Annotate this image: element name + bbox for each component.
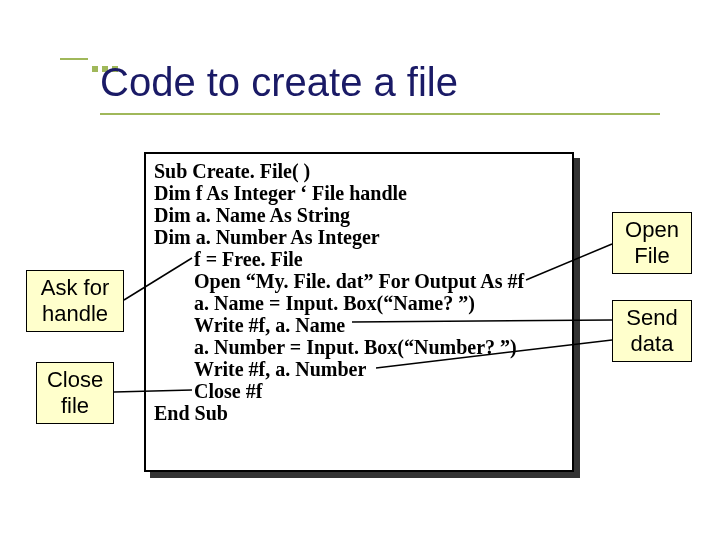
callout-line: data xyxy=(631,331,674,356)
code-line: f = Free. File xyxy=(154,248,564,270)
code-line: Dim a. Number As Integer xyxy=(154,226,380,248)
code-line: End Sub xyxy=(154,402,228,424)
code-line: Close #f xyxy=(154,380,564,402)
callout-line: File xyxy=(634,243,669,268)
callout-close-file: Close file xyxy=(36,362,114,424)
code-box: Sub Create. File( ) Dim f As Integer ‘ F… xyxy=(144,152,574,472)
callout-ask-handle: Ask for handle xyxy=(26,270,124,332)
code-line: Open “My. File. dat” For Output As #f xyxy=(154,270,564,292)
slide-title: Code to create a file xyxy=(100,60,458,105)
callout-send-data: Send data xyxy=(612,300,692,362)
callout-line: Send xyxy=(626,305,677,330)
code-line: Write #f, a. Name xyxy=(154,314,564,336)
code-line: a. Number = Input. Box(“Number? ”) xyxy=(154,336,564,358)
callout-line: Ask for xyxy=(41,275,109,300)
code-line: Dim a. Name As String xyxy=(154,204,350,226)
callout-line: file xyxy=(61,393,89,418)
callout-line: handle xyxy=(42,301,108,326)
title-underline xyxy=(100,113,660,115)
code-line: Dim f As Integer ‘ File handle xyxy=(154,182,407,204)
callout-line: Open xyxy=(625,217,679,242)
code-line: Sub Create. File( ) xyxy=(154,160,310,182)
callout-open-file: Open File xyxy=(612,212,692,274)
callout-line: Close xyxy=(47,367,103,392)
code-line: Write #f, a. Number xyxy=(154,358,564,380)
code-line: a. Name = Input. Box(“Name? ”) xyxy=(154,292,564,314)
